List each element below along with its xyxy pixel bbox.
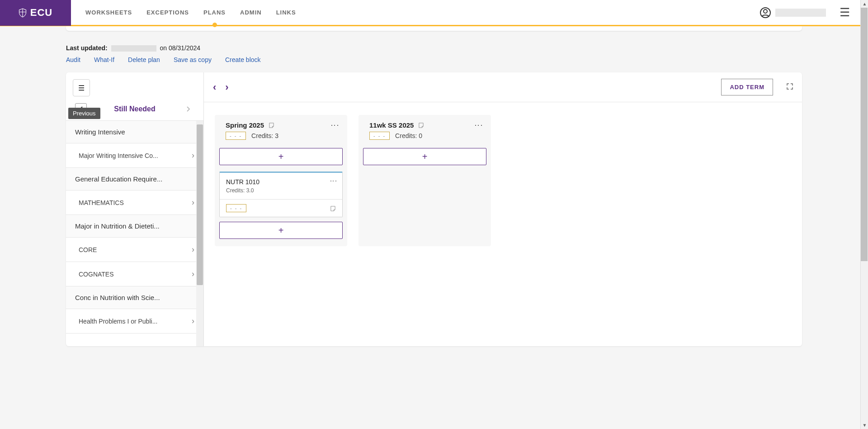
req-item[interactable]: MATHEMATICS›	[66, 191, 203, 215]
plan-toolbar: ‹ › ADD TERM	[204, 72, 802, 102]
create-block-link[interactable]: Create block	[225, 56, 261, 63]
note-icon[interactable]	[330, 205, 336, 211]
app-header: ECU WORKSHEETS EXCEPTIONS PLANS ADMIN LI…	[0, 0, 868, 26]
last-updated-label: Last updated:	[66, 44, 108, 52]
expand-icon[interactable]	[787, 83, 793, 91]
term-column: Spring 2025 - - - Credits: 3 ⋮ +	[215, 115, 347, 246]
requirements-sidebar: ☰ Still Needed Previous Writing Intensiv…	[66, 72, 204, 346]
chevron-right-icon: ›	[192, 245, 194, 254]
chevron-right-icon: ›	[192, 269, 194, 279]
term-menu-icon[interactable]: ⋮	[474, 121, 484, 129]
sidebar-title: Still Needed	[114, 105, 156, 113]
chevron-right-icon	[186, 106, 191, 112]
shield-icon	[19, 8, 27, 18]
status-badge: - - -	[369, 132, 390, 140]
nav-admin[interactable]: ADMIN	[233, 0, 269, 26]
sidebar-menu-button[interactable]: ☰	[73, 79, 90, 96]
plan-meta: Last updated: on 08/31/2024	[66, 44, 802, 52]
user-icon[interactable]	[760, 7, 771, 18]
term-column: 11wk SS 2025 - - - Credits: 0 ⋮ +	[359, 115, 491, 246]
main-panel: ☰ Still Needed Previous Writing Intensiv…	[66, 72, 802, 346]
scroll-down-button[interactable]: ▼	[861, 421, 868, 429]
course-card[interactable]: NUTR 1010 Credits: 3.0 ⋮ - - -	[219, 172, 343, 217]
scrollbar-thumb[interactable]	[861, 8, 868, 261]
req-item[interactable]: CORE›	[66, 238, 203, 262]
note-icon[interactable]	[269, 122, 274, 128]
header-right: ☰	[760, 5, 868, 19]
terms-row: Spring 2025 - - - Credits: 3 ⋮ +	[204, 102, 802, 259]
req-group-header: Major in Nutrition & Dieteti...	[66, 215, 203, 238]
term-prev-button[interactable]: ‹	[213, 81, 216, 93]
term-credits: Credits: 0	[395, 132, 422, 139]
page-scrollbar[interactable]: ▲ ▼	[860, 0, 868, 429]
req-item[interactable]: COGNATES›	[66, 262, 203, 286]
chevron-right-icon: ›	[192, 198, 194, 207]
chevron-right-icon: ›	[192, 316, 194, 326]
nav-worksheets[interactable]: WORKSHEETS	[78, 0, 139, 26]
nav-exceptions[interactable]: EXCEPTIONS	[139, 0, 196, 26]
term-title: 11wk SS 2025	[369, 121, 414, 129]
req-group-header: Writing Intensive	[66, 121, 203, 143]
chevron-right-icon: ›	[192, 151, 194, 160]
note-icon[interactable]	[418, 122, 424, 128]
term-menu-icon[interactable]: ⋮	[330, 121, 340, 129]
nav-plans[interactable]: PLANS	[196, 0, 233, 26]
main-nav: WORKSHEETS EXCEPTIONS PLANS ADMIN LINKS	[78, 0, 760, 26]
user-search-input[interactable]	[775, 9, 826, 17]
term-header: 11wk SS 2025 - - - Credits: 0 ⋮	[359, 115, 491, 143]
term-next-button[interactable]: ›	[225, 81, 228, 93]
add-course-button[interactable]: +	[363, 148, 486, 165]
sidebar-scrollbar-thumb[interactable]	[197, 124, 203, 285]
brand-logo[interactable]: ECU	[0, 0, 71, 26]
on-label: on	[160, 44, 167, 52]
updated-date: 08/31/2024	[169, 44, 200, 52]
add-term-button[interactable]: ADD TERM	[721, 79, 773, 95]
brand-text: ECU	[30, 7, 52, 19]
term-nav: ‹ ›	[213, 81, 229, 93]
plan-area: ‹ › ADD TERM Spring 2025	[204, 72, 802, 346]
term-header: Spring 2025 - - - Credits: 3 ⋮	[215, 115, 347, 143]
previous-tooltip: Previous	[68, 108, 100, 119]
course-menu-icon[interactable]: ⋮	[329, 177, 338, 185]
req-group-header: Conc in Nutrition with Scie...	[66, 286, 203, 309]
req-item[interactable]: Major Writing Intensive Co...›	[66, 143, 203, 168]
add-course-button[interactable]: +	[219, 148, 343, 165]
req-group-header: General Education Require...	[66, 168, 203, 191]
menu-icon[interactable]: ☰	[840, 5, 850, 19]
add-course-button[interactable]: +	[219, 222, 343, 239]
plan-actions: Audit What-If Delete plan Save as copy C…	[66, 56, 802, 63]
course-credits: Credits: 3.0	[226, 187, 336, 194]
audit-link[interactable]: Audit	[66, 56, 80, 63]
nav-links[interactable]: LINKS	[269, 0, 303, 26]
scroll-up-button[interactable]: ▲	[861, 0, 868, 8]
status-badge: - - -	[226, 204, 246, 212]
save-copy-link[interactable]: Save as copy	[174, 56, 212, 63]
sidebar-next-button[interactable]	[183, 103, 194, 115]
svg-point-1	[764, 10, 767, 13]
status-badge: - - -	[226, 132, 246, 140]
req-item[interactable]: Health Problems I or Publi...›	[66, 309, 203, 334]
redacted-name	[111, 45, 156, 52]
course-code: NUTR 1010	[226, 178, 336, 186]
card-bottom-edge	[66, 26, 802, 31]
term-credits: Credits: 3	[251, 132, 278, 139]
delete-plan-link[interactable]: Delete plan	[128, 56, 160, 63]
requirements-list[interactable]: Writing Intensive Major Writing Intensiv…	[66, 120, 203, 346]
term-title: Spring 2025	[226, 121, 264, 129]
whatif-link[interactable]: What-If	[94, 56, 114, 63]
sidebar-scrollbar[interactable]	[196, 121, 203, 346]
